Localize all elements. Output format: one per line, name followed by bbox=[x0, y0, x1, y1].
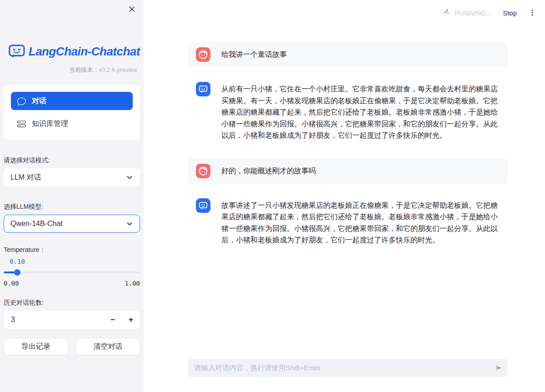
slider-range-labels: 0.00 1.00 bbox=[4, 280, 140, 287]
history-rounds-value[interactable]: 3 bbox=[11, 316, 104, 324]
chevron-down-icon bbox=[126, 174, 133, 181]
chat-bubble-logo-icon bbox=[8, 43, 25, 60]
export-history-button[interactable]: 导出记录 bbox=[4, 338, 68, 355]
assistant-chatbot-icon bbox=[198, 84, 208, 94]
temperature-slider[interactable] bbox=[4, 269, 140, 276]
close-icon bbox=[128, 5, 136, 13]
knowledge-base-icon bbox=[17, 120, 26, 128]
message-text: 故事讲述了一只小猪发现糖果店的老板娘正在偷糖果，于是它决定帮助老板娘。它把糖果店… bbox=[221, 200, 508, 246]
version-label: 当前版本： bbox=[69, 66, 99, 73]
send-button[interactable] bbox=[490, 359, 508, 377]
dialog-mode-label: 请选择对话模式: bbox=[4, 156, 140, 165]
dialog-mode-value: LLM 对话 bbox=[10, 173, 41, 182]
main-menu-button[interactable] bbox=[527, 7, 538, 18]
sidebar: LangChain-Chatchat 当前版本：v0.2.6-preview 对… bbox=[0, 0, 144, 392]
decrement-button[interactable]: − bbox=[104, 311, 122, 329]
app-logo: LangChain-Chatchat bbox=[8, 43, 140, 60]
app-header: RUNNING... Stop bbox=[144, 0, 545, 25]
slider-track bbox=[4, 271, 140, 273]
chat-input[interactable] bbox=[188, 364, 490, 372]
llm-model-value: Qwen-14B-Chat bbox=[10, 220, 63, 228]
history-rounds-stepper: 3 − + bbox=[4, 311, 140, 329]
kebab-menu-icon bbox=[529, 9, 536, 16]
message-text: 给我讲一个童话故事 bbox=[221, 49, 295, 60]
user-message: 好的，你能概述刚才的故事吗 bbox=[188, 158, 508, 184]
app-title: LangChain-Chatchat bbox=[29, 45, 140, 59]
chevron-down-icon bbox=[126, 220, 133, 227]
send-icon bbox=[494, 363, 503, 372]
history-rounds-label: 历史对话轮数: bbox=[4, 299, 140, 307]
slider-max-label: 1.00 bbox=[125, 280, 140, 287]
assistant-message: 故事讲述了一只小猪发现糖果店的老板娘正在偷糖果，于是它决定帮助老板娘。它把糖果店… bbox=[188, 198, 508, 246]
sidebar-item-label: 对话 bbox=[32, 96, 46, 106]
nav-menu: 对话 知识库管理 bbox=[4, 85, 140, 140]
slider-thumb[interactable] bbox=[14, 269, 20, 276]
assistant-message: 从前有一只小猪，它住在一个小村庄里。它非常喜欢吃甜食，每天都会去村里的糖果店买糖… bbox=[188, 82, 508, 141]
version-value: v0.2.6-preview bbox=[99, 66, 137, 73]
temperature-value: 0.10 bbox=[4, 258, 140, 266]
user-message: 给我讲一个童话故事 bbox=[188, 42, 508, 67]
status-text: RUNNING... bbox=[455, 9, 492, 17]
chat-input-bar bbox=[188, 359, 508, 377]
llm-model-label: 选择LLM模型: bbox=[4, 203, 140, 211]
sidebar-item-dialogue[interactable]: 对话 bbox=[11, 92, 133, 110]
increment-button[interactable]: + bbox=[122, 311, 140, 329]
run-status: RUNNING... bbox=[441, 8, 492, 18]
message-text: 从前有一只小猪，它住在一个小村庄里。它非常喜欢吃甜食，每天都会去村里的糖果店买糖… bbox=[221, 83, 508, 141]
message-text: 好的，你能概述刚才的故事吗 bbox=[221, 165, 324, 177]
slider-min-label: 0.00 bbox=[4, 280, 19, 287]
chat-icon bbox=[17, 97, 26, 106]
user-face-icon bbox=[198, 166, 209, 176]
sidebar-item-label: 知识库管理 bbox=[32, 119, 68, 129]
temperature-label: Temperature： bbox=[4, 246, 140, 254]
assistant-chatbot-icon bbox=[198, 201, 208, 211]
assistant-avatar bbox=[196, 82, 210, 96]
llm-model-select[interactable]: Qwen-14B-Chat bbox=[4, 215, 140, 233]
chat-area: 给我讲一个童话故事 从前有一只小猪，它住在一个小村庄里。它非常喜欢吃甜食，每天都… bbox=[144, 25, 545, 392]
running-man-icon bbox=[441, 8, 451, 18]
assistant-avatar bbox=[196, 198, 210, 213]
clear-dialog-button[interactable]: 清空对话 bbox=[76, 338, 140, 355]
sidebar-close-button[interactable] bbox=[125, 3, 138, 15]
stop-button[interactable]: Stop bbox=[503, 9, 517, 17]
user-face-icon bbox=[198, 49, 209, 60]
user-avatar bbox=[196, 47, 210, 62]
sidebar-item-knowledge-base[interactable]: 知识库管理 bbox=[11, 115, 133, 133]
user-avatar bbox=[196, 164, 210, 178]
dialog-mode-select[interactable]: LLM 对话 bbox=[4, 168, 140, 186]
version-info: 当前版本：v0.2.6-preview bbox=[4, 66, 140, 74]
